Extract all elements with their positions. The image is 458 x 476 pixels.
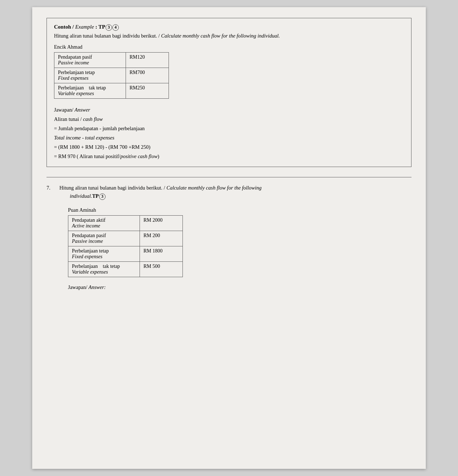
table-cell-label: Perbelanjaan tak tetap Variable expenses [54, 83, 126, 98]
label-italic: Passive income [72, 239, 136, 244]
jawapan-q7-normal: Jawapan/ [68, 284, 87, 290]
answer-line5-end: ) [157, 153, 159, 159]
label-italic: Variable expenses [58, 91, 122, 97]
page: Contoh / Example : TP34 Hitung aliran tu… [32, 7, 426, 469]
table-row: Pendapatan pasif Passive income RM 200 [68, 231, 183, 246]
example-subtitle: Hitung aliran tunai bulanan bagi individ… [54, 33, 404, 39]
circle-3-icon: 3 [106, 24, 112, 31]
question7-table: Pendapatan aktif Active income RM 2000 P… [68, 215, 183, 277]
table-cell-value: RM120 [126, 52, 169, 68]
table-row: Pendapatan pasif Passive income RM120 [54, 52, 169, 68]
table-row: Perbelanjaan tetap Fixed expenses RM 180… [68, 246, 183, 261]
example-label-italic: Example [75, 24, 94, 30]
answer-section: Jawapan/ Answer Aliran tunai / cash flow… [54, 105, 404, 161]
example-subtitle-italic: Calculate monthly cash flow for the foll… [161, 33, 280, 39]
table-cell-label: Pendapatan pasif Passive income [68, 231, 140, 246]
person-name-aminah: Puan Aminah [68, 207, 411, 213]
answer-line1: Aliran tunai / cash flow [54, 114, 404, 124]
jawapan-answer-label: Jawapan/ Answer: [68, 284, 411, 290]
example-table: Pendapatan pasif Passive income RM120 Pe… [54, 52, 169, 99]
table-cell-label: Perbelanjaan tetap Fixed expenses [68, 246, 140, 261]
table-row: Pendapatan aktif Active income RM 2000 [68, 215, 183, 231]
question-text: Hitung aliran tunai bulanan bagi individ… [59, 184, 411, 200]
person-name-ahmad: Encik Ahmad [54, 44, 404, 50]
answer-line5-normal: = RM 970 ( Aliran tunai positif/ [54, 153, 120, 159]
answer-line4: = (RM 1800 + RM 120) - (RM 700 +RM 250) [54, 142, 404, 152]
question-text-normal: Hitung aliran tunai bulanan bagi individ… [59, 185, 165, 191]
aliran-tunai-normal: Aliran tunai / [54, 116, 82, 122]
label-italic: Passive income [58, 60, 122, 66]
answer-line5: = RM 970 ( Aliran tunai positif/positive… [54, 152, 404, 161]
table-row: Perbelanjaan tak tetap Variable expenses… [68, 261, 183, 277]
table-cell-label: Pendapatan pasif Passive income [54, 52, 126, 68]
answer-line3: Total income - total expenses [54, 133, 404, 142]
jawapan-normal: Jawapan/ [54, 107, 73, 113]
jawapan-italic: Answer [73, 107, 90, 113]
label-normal: Perbelanjaan tak tetap [72, 264, 136, 269]
table-row: Perbelanjaan tak tetap Variable expenses… [54, 83, 169, 98]
table-cell-value: RM 500 [140, 261, 183, 277]
table-cell-value: RM 1800 [140, 246, 183, 261]
question-7-block: 7. Hitung aliran tunai bulanan bagi indi… [47, 177, 411, 290]
question-tp-bold: TP [92, 193, 99, 199]
question-text-italic: Calculate monthly cash flow for the foll… [165, 185, 262, 191]
table-cell-value: RM700 [126, 68, 169, 83]
label-normal: Perbelanjaan tak tetap [58, 85, 122, 91]
table-cell-label: Perbelanjaan tak tetap Variable expenses [68, 261, 140, 277]
example-label-bold: Contoh / [54, 24, 75, 30]
label-normal: Pendapatan pasif [58, 54, 122, 60]
question-7-header: 7. Hitung aliran tunai bulanan bagi indi… [47, 184, 411, 200]
label-italic: Fixed expenses [58, 75, 122, 81]
label-normal: Pendapatan pasif [72, 233, 136, 239]
table-cell-label: Perbelanjaan tetap Fixed expenses [54, 68, 126, 83]
label-italic: Variable expenses [72, 269, 136, 275]
label-normal: Perbelanjaan tetap [72, 248, 136, 254]
answer-line5-italic: positive cash flow [120, 153, 157, 159]
jawapan-q7-italic: Answer: [87, 284, 106, 290]
aliran-tunai-italic: cash flow [82, 116, 103, 122]
table-cell-label: Pendapatan aktif Active income [68, 215, 140, 231]
question-7-content: Puan Aminah Pendapatan aktif Active inco… [47, 207, 411, 290]
example-box: Contoh / Example : TP34 Hitung aliran tu… [47, 18, 411, 167]
label-italic: Fixed expenses [72, 254, 136, 260]
label-normal: Pendapatan aktif [72, 217, 136, 223]
table-row: Perbelanjaan tetap Fixed expenses RM700 [54, 68, 169, 83]
circle-3-q7-icon: 3 [99, 193, 106, 200]
answer-label: Jawapan/ Answer [54, 105, 404, 114]
example-subtitle-normal: Hitung aliran tunai bulanan bagi individ… [54, 33, 160, 39]
label-italic: Active income [72, 223, 136, 229]
example-tp-label: : TP [94, 24, 105, 30]
circle-4-icon: 4 [112, 24, 119, 31]
label-normal: Perbelanjaan tetap [58, 70, 122, 75]
question-text-line2-italic: individual. [70, 193, 92, 199]
table-cell-value: RM 2000 [140, 215, 183, 231]
answer-line2: = Jumlah pendapatan - jumlah perbelanjaa… [54, 124, 404, 133]
question-number: 7. [47, 184, 55, 200]
table-cell-value: RM250 [126, 83, 169, 98]
example-title: Contoh / Example : TP34 [54, 24, 404, 31]
table-cell-value: RM 200 [140, 231, 183, 246]
